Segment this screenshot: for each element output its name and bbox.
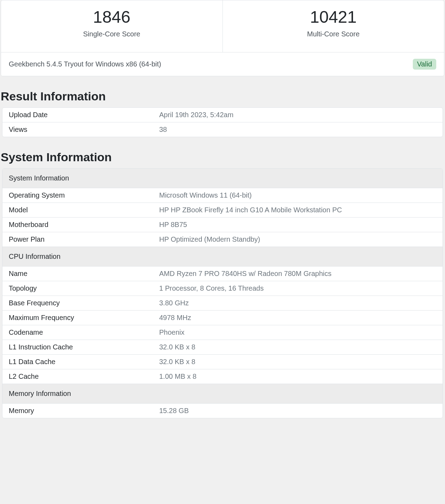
single-core-score-label: Single-Core Score [1, 30, 222, 38]
table-row: CodenamePhoenix [2, 325, 443, 340]
row-value: AMD Ryzen 7 PRO 7840HS w/ Radeon 780M Gr… [153, 267, 443, 281]
row-label: Motherboard [2, 218, 153, 232]
result-information-table: Upload DateApril 19th 2023, 5:42amViews3… [2, 107, 443, 137]
row-label: L2 Cache [2, 369, 153, 384]
table-subheader: Memory Information [2, 384, 443, 404]
row-value: 4978 MHz [153, 311, 443, 325]
row-label: Name [2, 267, 153, 281]
system-information-table: System InformationOperating SystemMicros… [2, 168, 443, 418]
row-label: Codename [2, 325, 153, 340]
row-label: Maximum Frequency [2, 311, 153, 325]
table-row: Maximum Frequency4978 MHz [2, 311, 443, 325]
single-core-score-box: 1846 Single-Core Score [1, 0, 223, 52]
multi-core-score-label: Multi-Core Score [223, 30, 444, 38]
subheader-label: System Information [2, 169, 443, 188]
row-value: 1.00 MB x 8 [153, 369, 443, 384]
subheader-label: Memory Information [2, 384, 443, 404]
subheader-label: CPU Information [2, 247, 443, 267]
table-row: Memory15.28 GB [2, 404, 443, 418]
row-label: L1 Instruction Cache [2, 340, 153, 355]
row-label: Operating System [2, 188, 153, 203]
table-row: L2 Cache1.00 MB x 8 [2, 369, 443, 384]
valid-badge: Valid [413, 59, 436, 70]
multi-core-score-box: 10421 Multi-Core Score [223, 0, 444, 52]
row-label: Base Frequency [2, 296, 153, 311]
version-row: Geekbench 5.4.5 Tryout for Windows x86 (… [1, 52, 444, 76]
row-value: April 19th 2023, 5:42am [153, 108, 443, 122]
row-value: HP HP ZBook Firefly 14 inch G10 A Mobile… [153, 203, 443, 218]
table-row: L1 Instruction Cache32.0 KB x 8 [2, 340, 443, 355]
row-value: 38 [153, 122, 443, 137]
row-label: Topology [2, 281, 153, 296]
table-row: Base Frequency3.80 GHz [2, 296, 443, 311]
row-label: Memory [2, 404, 153, 418]
table-row: Topology1 Processor, 8 Cores, 16 Threads [2, 281, 443, 296]
row-label: Model [2, 203, 153, 218]
table-row: Power PlanHP Optimized (Modern Standby) [2, 232, 443, 247]
table-row: MotherboardHP 8B75 [2, 218, 443, 232]
row-value: 32.0 KB x 8 [153, 340, 443, 355]
row-value: HP Optimized (Modern Standby) [153, 232, 443, 247]
row-label: L1 Data Cache [2, 355, 153, 369]
row-value: 1 Processor, 8 Cores, 16 Threads [153, 281, 443, 296]
row-label: Upload Date [2, 108, 153, 122]
system-information-heading: System Information [0, 150, 445, 164]
score-top-row: 1846 Single-Core Score 10421 Multi-Core … [1, 0, 444, 52]
table-row: NameAMD Ryzen 7 PRO 7840HS w/ Radeon 780… [2, 267, 443, 281]
row-value: 15.28 GB [153, 404, 443, 418]
row-label: Power Plan [2, 232, 153, 247]
row-value: HP 8B75 [153, 218, 443, 232]
table-row: ModelHP HP ZBook Firefly 14 inch G10 A M… [2, 203, 443, 218]
table-row: Upload DateApril 19th 2023, 5:42am [2, 108, 443, 122]
row-value: Phoenix [153, 325, 443, 340]
table-subheader: System Information [2, 169, 443, 188]
single-core-score-value: 1846 [1, 7, 222, 27]
version-text: Geekbench 5.4.5 Tryout for Windows x86 (… [9, 60, 161, 68]
row-label: Views [2, 122, 153, 137]
table-row: Operating SystemMicrosoft Windows 11 (64… [2, 188, 443, 203]
multi-core-score-value: 10421 [223, 7, 444, 27]
table-subheader: CPU Information [2, 247, 443, 267]
row-value: 3.80 GHz [153, 296, 443, 311]
score-card: 1846 Single-Core Score 10421 Multi-Core … [1, 0, 444, 76]
table-row: Views38 [2, 122, 443, 137]
result-information-heading: Result Information [0, 90, 445, 103]
row-value: 32.0 KB x 8 [153, 355, 443, 369]
table-row: L1 Data Cache32.0 KB x 8 [2, 355, 443, 369]
row-value: Microsoft Windows 11 (64-bit) [153, 188, 443, 203]
